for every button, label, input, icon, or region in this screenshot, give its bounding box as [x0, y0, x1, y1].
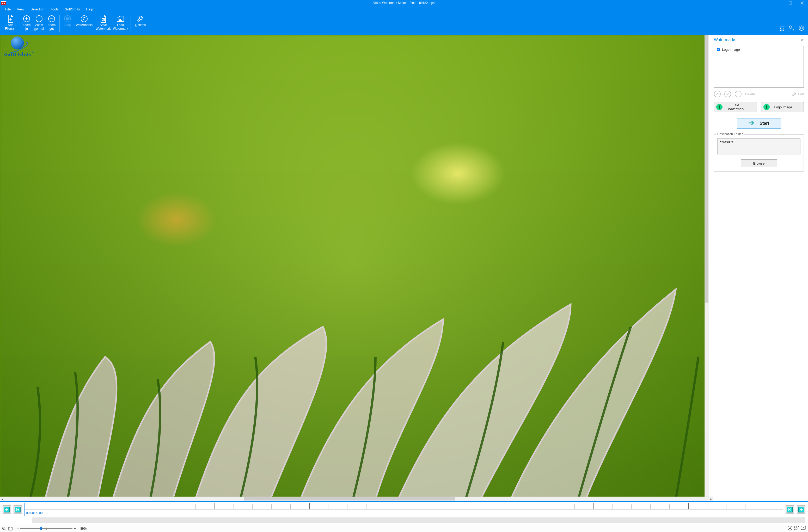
wrench-icon	[136, 14, 144, 23]
youtube-link-icon[interactable]	[801, 526, 806, 531]
stop-icon	[64, 14, 71, 23]
zoom-out-icon	[48, 14, 55, 23]
zoom-in-button[interactable]: Zoomin	[20, 14, 33, 31]
overlay-watermark-logo[interactable]: SoftOrbits ™	[4, 36, 34, 58]
add-files-button[interactable]: Add File(s)...	[1, 14, 20, 31]
copyright-icon	[80, 14, 88, 23]
globe-icon[interactable]	[798, 25, 804, 32]
zoom-in-icon	[23, 14, 30, 23]
toolbar: Add File(s)... Zoomin Zoomnormal Zoomout…	[0, 13, 808, 35]
load-watermark-button[interactable]: LoadWatermark	[112, 14, 129, 31]
key-icon[interactable]	[789, 25, 794, 32]
svg-rect-0	[1, 2, 6, 5]
add-file-icon	[7, 14, 14, 23]
load-watermark-icon	[116, 14, 124, 23]
neutral-circle-button[interactable]	[735, 91, 741, 97]
svg-rect-18	[791, 508, 791, 511]
svg-rect-4	[789, 2, 792, 4]
window-title: Video Watermark Maker - Field - 89182.mp…	[0, 1, 808, 5]
vertical-scrollbar-thumb[interactable]	[705, 35, 709, 303]
twitter-link-icon[interactable]	[794, 526, 799, 531]
menu-selection[interactable]: Selection	[27, 6, 48, 12]
svg-rect-17	[16, 508, 17, 511]
svg-rect-9	[67, 18, 69, 20]
menu-file[interactable]: File	[2, 6, 14, 12]
scroll-right-arrow-icon[interactable]: ►	[709, 497, 713, 501]
horizontal-scrollbar-thumb[interactable]	[244, 497, 455, 500]
skip-to-end-button[interactable]	[797, 506, 805, 514]
menu-help[interactable]: Help	[83, 6, 96, 12]
menu-bar: File View Selection Tools SoftOrbits Hel…	[0, 6, 808, 13]
zoom-normal-button[interactable]: Zoomnormal	[33, 14, 45, 31]
status-bar: − + 89%	[0, 525, 808, 532]
watermark-item-checkbox[interactable]	[717, 48, 720, 51]
clip-strip[interactable]	[32, 517, 805, 523]
start-button[interactable]: Start	[737, 118, 781, 129]
vertical-scrollbar[interactable]	[704, 35, 709, 497]
timecode-label: 00:00:00 00	[25, 511, 783, 515]
move-down-button[interactable]	[724, 91, 731, 97]
preview-canvas[interactable]: SoftOrbits ™	[0, 35, 704, 497]
svg-rect-1	[1, 1, 6, 2]
step-back-button[interactable]	[14, 506, 22, 514]
save-watermark-icon	[100, 14, 107, 23]
maximize-button[interactable]	[785, 0, 796, 6]
menu-tools[interactable]: Tools	[48, 6, 61, 12]
panel-close-icon[interactable]: ✕	[801, 38, 804, 42]
plus-icon	[764, 104, 770, 110]
skip-to-start-button[interactable]	[3, 506, 11, 514]
overlay-tm: ™	[32, 51, 34, 54]
zoom-out-button[interactable]: Zoomout	[45, 14, 58, 31]
close-window-button[interactable]	[796, 0, 808, 6]
stop-button: Stop	[61, 14, 74, 27]
menu-view[interactable]: View	[14, 6, 27, 12]
watermarks-list[interactable]: Logo Image	[714, 46, 804, 88]
watermark-item[interactable]: Logo Image	[716, 47, 802, 52]
svg-rect-20	[8, 527, 12, 530]
svg-point-3	[4, 3, 5, 4]
zoom-plus-icon[interactable]: +	[74, 527, 76, 530]
fit-screen-icon[interactable]	[8, 527, 13, 530]
watermark-item-label: Logo Image	[722, 48, 740, 52]
app-icon	[0, 1, 7, 5]
save-watermark-button[interactable]: SaveWatermark	[95, 14, 112, 31]
destination-legend: Destination Folder	[716, 132, 743, 136]
facebook-link-icon[interactable]	[788, 526, 792, 531]
plus-icon	[716, 104, 722, 110]
preview-area: SoftOrbits ™ ◄ ►	[0, 35, 709, 501]
title-bar: Video Watermark Maker - Field - 89182.mp…	[0, 0, 808, 6]
svg-point-14	[783, 30, 784, 31]
start-arrow-icon	[749, 120, 755, 126]
add-text-watermark-button[interactable]: Text Watermark	[714, 102, 757, 112]
svg-point-2	[2, 3, 3, 4]
edit-button[interactable]: Edit	[792, 92, 804, 96]
browse-button[interactable]: Browse	[741, 159, 777, 167]
zoom-normal-icon	[35, 14, 43, 23]
step-forward-button[interactable]	[786, 506, 794, 514]
zoom-tool-icon[interactable]	[2, 527, 6, 531]
svg-point-13	[781, 30, 781, 31]
destination-folder-field[interactable]: c:\results	[717, 138, 801, 154]
zoom-slider[interactable]: − +	[17, 527, 76, 530]
panel-title: Watermarks	[714, 38, 736, 42]
zoom-percent-label: 89%	[80, 527, 87, 530]
menu-softorbits[interactable]: SoftOrbits	[62, 6, 83, 12]
options-button[interactable]: Options	[132, 14, 148, 27]
minimize-button[interactable]	[773, 0, 785, 6]
timeline-ruler[interactable]: 00:00:00 00	[24, 504, 783, 516]
delete-button[interactable]: Delete	[745, 92, 755, 96]
move-up-button[interactable]	[714, 91, 721, 97]
add-logo-watermark-button[interactable]: Logo Image	[761, 102, 804, 112]
planet-icon	[11, 36, 24, 50]
timeline: 00:00:00 00	[0, 501, 808, 525]
watermarks-panel: Watermarks ✕ Logo Image Delete Edit	[709, 35, 808, 501]
watermarks-button[interactable]: Watermarks	[74, 14, 95, 27]
horizontal-scrollbar[interactable]: ◄ ►	[0, 497, 713, 501]
scroll-left-arrow-icon[interactable]: ◄	[0, 497, 4, 501]
svg-point-10	[81, 16, 87, 22]
zoom-minus-icon[interactable]: −	[17, 527, 19, 530]
destination-folder-group: Destination Folder c:\results Browse	[714, 134, 804, 172]
cart-icon[interactable]	[779, 26, 785, 32]
